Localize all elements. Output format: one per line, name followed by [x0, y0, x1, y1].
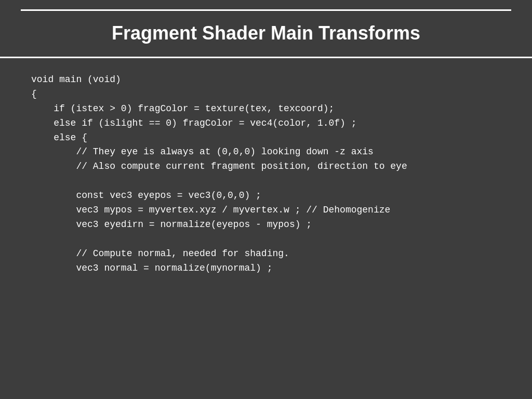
code-line: { [31, 87, 501, 102]
code-line: // They eye is always at (0,0,0) looking… [31, 145, 501, 159]
slide-title: Fragment Shader Main Transforms [21, 17, 511, 49]
code-line: vec3 mypos = myvertex.xyz / myvertex.w ;… [31, 203, 501, 218]
code-line: else { [31, 131, 501, 145]
code-line: const vec3 eyepos = vec3(0,0,0) ; [31, 189, 501, 203]
code-line [31, 232, 501, 247]
code-line: vec3 normal = normalize(mynormal) ; [31, 261, 501, 276]
code-line: vec3 eyedirn = normalize(eyepos - mypos)… [31, 218, 501, 232]
code-line: // Also compute current fragment positio… [31, 159, 501, 174]
header: Fragment Shader Main Transforms [0, 0, 532, 58]
code-line: // Compute normal, needed for shading. [31, 247, 501, 261]
code-line: else if (islight == 0) fragColor = vec4(… [31, 116, 501, 131]
slide: Fragment Shader Main Transforms void mai… [0, 0, 532, 399]
code-content: void main (void){ if (istex > 0) fragCol… [0, 58, 532, 399]
code-line [31, 174, 501, 189]
code-line: if (istex > 0) fragColor = texture(tex, … [31, 102, 501, 116]
code-line: void main (void) [31, 73, 501, 87]
code-block: void main (void){ if (istex > 0) fragCol… [31, 73, 501, 275]
top-divider [21, 9, 511, 11]
